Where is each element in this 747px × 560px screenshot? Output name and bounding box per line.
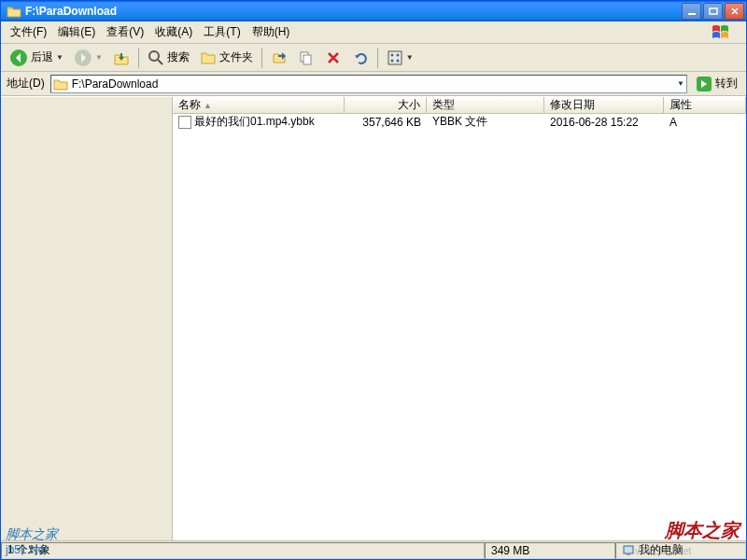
file-row[interactable]: 最好的我们01.mp4.ybbk 357,646 KB YBBK 文件 2016… <box>173 114 746 130</box>
chevron-down-icon: ▼ <box>406 53 414 62</box>
svg-point-9 <box>390 53 393 56</box>
minimize-button[interactable] <box>682 3 701 20</box>
views-icon <box>387 49 403 66</box>
window-title: F:\ParaDownload <box>25 5 682 18</box>
back-icon <box>9 49 28 67</box>
address-input[interactable] <box>68 77 677 91</box>
menu-view[interactable]: 查看(V) <box>101 22 149 42</box>
menu-tools[interactable]: 工具(T) <box>198 22 246 42</box>
chevron-down-icon: ▼ <box>95 53 103 62</box>
menu-help[interactable]: 帮助(H) <box>247 22 296 42</box>
up-folder-icon <box>113 49 130 66</box>
svg-point-12 <box>396 59 399 62</box>
watermark-text: jb51.Net <box>6 543 48 556</box>
chevron-down-icon: ▼ <box>56 53 63 62</box>
column-header-row: 名称▲ 大小 类型 修改日期 属性 <box>173 97 746 114</box>
sort-asc-icon: ▲ <box>204 101 212 110</box>
svg-point-10 <box>396 53 399 56</box>
tasks-panel[interactable] <box>1 97 173 540</box>
separator <box>138 48 139 68</box>
up-button[interactable] <box>108 47 134 69</box>
column-date[interactable]: 修改日期 <box>544 97 664 113</box>
column-attr[interactable]: 属性 <box>664 97 746 113</box>
svg-rect-0 <box>688 13 696 15</box>
status-size: 349 MB <box>485 542 615 559</box>
svg-rect-14 <box>624 546 633 553</box>
status-bar: 1 个对象 349 MB 我的电脑 <box>1 540 746 559</box>
svg-point-4 <box>149 51 159 61</box>
search-button[interactable]: 搜索 <box>143 47 194 69</box>
file-date: 2016-06-28 15:22 <box>544 115 664 130</box>
windows-logo-icon <box>709 22 742 41</box>
column-name[interactable]: 名称▲ <box>173 97 345 113</box>
svg-point-11 <box>390 59 393 62</box>
file-list-pane[interactable]: 名称▲ 大小 类型 修改日期 属性 最好的我们01.mp4.ybbk 357,6… <box>173 97 746 540</box>
separator <box>261 48 262 68</box>
file-attr: A <box>664 115 746 130</box>
address-box[interactable]: ▼ <box>50 75 687 93</box>
undo-button[interactable] <box>347 47 374 69</box>
folder-icon <box>53 77 68 91</box>
address-bar: 地址(D) ▼ 转到 <box>1 72 746 96</box>
address-label: 地址(D) <box>5 76 47 91</box>
file-icon <box>178 116 191 129</box>
back-button[interactable]: 后退 ▼ <box>5 46 68 70</box>
maximize-button[interactable] <box>703 3 723 20</box>
column-type[interactable]: 类型 <box>427 97 544 113</box>
svg-rect-1 <box>710 8 717 14</box>
svg-line-5 <box>158 60 162 64</box>
delete-button[interactable] <box>320 47 346 69</box>
undo-icon <box>352 49 369 66</box>
views-button[interactable]: ▼ <box>382 47 418 69</box>
menu-edit[interactable]: 编辑(E) <box>52 22 101 42</box>
explorer-window: F:\ParaDownload 文件(F) 编辑(E) 查看(V) 收藏(A) … <box>0 0 747 560</box>
separator <box>377 48 378 68</box>
menu-favorites[interactable]: 收藏(A) <box>149 22 198 42</box>
menu-file[interactable]: 文件(F) <box>5 22 52 42</box>
move-icon <box>271 49 288 66</box>
watermark-text: www.jb51.net <box>636 546 691 556</box>
title-bar[interactable]: F:\ParaDownload <box>1 1 746 21</box>
folder-icon <box>7 5 21 18</box>
copy-icon <box>298 49 315 66</box>
go-button[interactable]: 转到 <box>691 73 742 95</box>
computer-icon <box>622 544 635 557</box>
file-size: 357,646 KB <box>345 115 427 130</box>
svg-rect-7 <box>303 55 311 64</box>
content-area: 名称▲ 大小 类型 修改日期 属性 最好的我们01.mp4.ybbk 357,6… <box>1 96 746 540</box>
folders-button[interactable]: 文件夹 <box>195 47 258 69</box>
window-controls <box>682 3 744 20</box>
move-to-button[interactable] <box>266 47 292 69</box>
watermark-text: 脚本之家 <box>665 518 740 543</box>
folders-icon <box>200 49 217 66</box>
file-name: 最好的我们01.mp4.ybbk <box>194 114 315 130</box>
chevron-down-icon[interactable]: ▼ <box>677 79 684 88</box>
menu-bar: 文件(F) 编辑(E) 查看(V) 收藏(A) 工具(T) 帮助(H) <box>1 21 746 44</box>
forward-icon <box>74 49 92 67</box>
toolbar: 后退 ▼ ▼ 搜索 文件夹 ▼ <box>1 44 746 72</box>
delete-icon <box>325 49 342 66</box>
close-button[interactable] <box>725 3 744 20</box>
watermark-text: 脚本之家 <box>6 526 58 543</box>
forward-button[interactable]: ▼ <box>69 46 107 70</box>
status-objects: 1 个对象 <box>1 542 485 559</box>
go-icon <box>696 76 712 92</box>
search-icon <box>148 49 164 66</box>
file-type: YBBK 文件 <box>427 113 544 131</box>
svg-rect-8 <box>388 51 402 64</box>
svg-rect-15 <box>627 553 630 555</box>
copy-to-button[interactable] <box>293 47 319 69</box>
column-size[interactable]: 大小 <box>345 97 427 113</box>
